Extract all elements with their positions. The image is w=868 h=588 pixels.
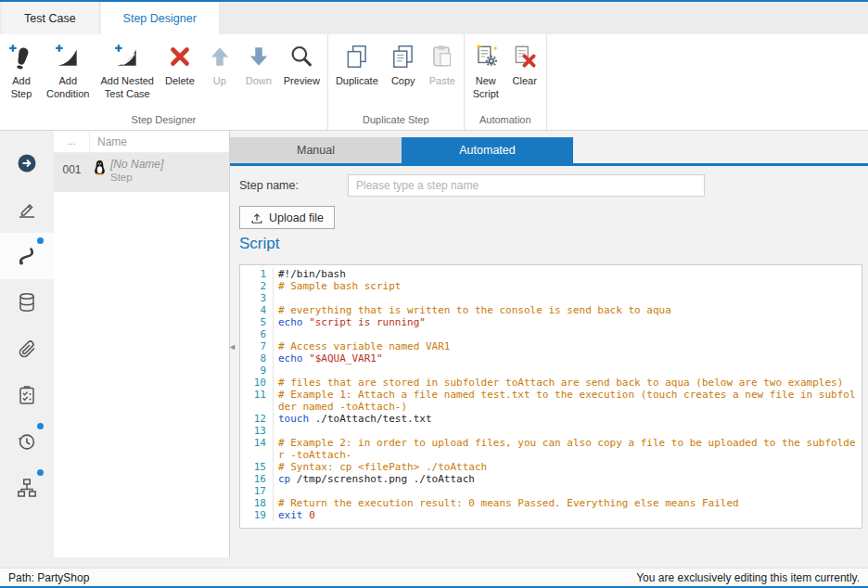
add-step-icon xyxy=(7,43,35,70)
sidebar-item-data[interactable] xyxy=(0,279,54,326)
tab-manual[interactable]: Manual xyxy=(230,137,402,163)
column-header-more[interactable]: ... xyxy=(54,131,90,152)
editor-mode-tabs: Manual Automated xyxy=(230,137,868,166)
up-button[interactable]: Up xyxy=(200,41,239,89)
code-text[interactable] xyxy=(274,292,859,304)
dependencies-badge xyxy=(37,469,44,476)
code-text[interactable] xyxy=(274,364,859,377)
code-line: 5echo "script is running" xyxy=(240,316,862,328)
code-text[interactable] xyxy=(274,328,859,340)
code-line: 12touch ./toAttach/test.txt xyxy=(240,413,862,425)
line-number: 17 xyxy=(240,485,274,497)
step-row-subtitle: Step xyxy=(110,172,163,183)
checklist-icon xyxy=(16,384,38,406)
code-line: 14# Example 2: in order to upload files,… xyxy=(240,437,862,461)
code-text[interactable]: exit 0 xyxy=(274,509,859,521)
sidebar-item-dependencies[interactable] xyxy=(0,465,54,511)
code-text[interactable] xyxy=(274,485,859,497)
ribbon-buttons-row: New Script Clear xyxy=(466,34,544,112)
copy-button[interactable]: Copy xyxy=(384,41,423,89)
sidebar-item-navigate[interactable] xyxy=(0,140,54,186)
paste-label: Paste xyxy=(429,74,455,87)
ribbon-toolbar: Add Step Add Condition Add Nested Test C… xyxy=(0,34,868,131)
column-header-name[interactable]: Name xyxy=(90,131,127,152)
code-line: 15# Syntax: cp <filePath> ./toAttach xyxy=(240,461,862,473)
sidebar-item-attachments[interactable] xyxy=(0,326,54,372)
line-number: 12 xyxy=(240,413,274,425)
ribbon-buttons-row: Add Step Add Condition Add Nested Test C… xyxy=(2,34,326,112)
ribbon-group-label-step-designer: Step Designer xyxy=(2,112,326,130)
history-clock-icon xyxy=(16,430,38,453)
step-editor-panel: Manual Automated Step name: Upload file … xyxy=(230,131,868,568)
paste-button[interactable]: Paste xyxy=(423,41,462,89)
tab-step-designer[interactable]: Step Designer xyxy=(101,2,219,34)
line-number: 9 xyxy=(240,364,274,377)
script-section-title: Script xyxy=(239,235,279,253)
paste-clipboard-icon xyxy=(428,43,456,70)
code-line: 8echo "$AQUA_VAR1" xyxy=(240,352,862,364)
code-line: 4# everything that is written to the con… xyxy=(240,304,862,316)
code-text[interactable]: # files that are stored in subfolder toA… xyxy=(274,377,859,389)
code-line: 1#!/bin/bash xyxy=(240,268,862,280)
add-nested-test-case-button[interactable]: Add Nested Test Case xyxy=(95,41,159,103)
code-text[interactable]: #!/bin/bash xyxy=(274,268,859,280)
upload-file-button[interactable]: Upload file xyxy=(239,206,335,229)
add-nested-test-case-icon xyxy=(113,43,141,70)
step-name-input[interactable] xyxy=(348,174,705,197)
ribbon-group-label-duplicate-step: Duplicate Step xyxy=(330,112,462,130)
tab-test-case[interactable]: Test Case xyxy=(2,2,98,34)
new-script-button[interactable]: New Script xyxy=(466,41,505,103)
line-number: 1 xyxy=(240,268,274,280)
panel-collapse-handle[interactable]: ◄ xyxy=(228,343,236,352)
code-text[interactable]: # Return the execution result: 0 means P… xyxy=(274,497,859,509)
line-number: 18 xyxy=(240,497,274,509)
step-row[interactable]: 001 [No Name] Step xyxy=(54,153,229,192)
code-text[interactable]: # everything that is written to the cons… xyxy=(274,304,859,316)
down-button[interactable]: Down xyxy=(239,41,278,89)
code-text[interactable]: echo "script is running" xyxy=(274,316,859,328)
dependencies-hierarchy-icon xyxy=(16,477,38,499)
preview-button[interactable]: Preview xyxy=(278,41,326,89)
script-code-editor[interactable]: 1#!/bin/bash2# Sample bash script34# eve… xyxy=(239,264,862,529)
line-number: 14 xyxy=(240,437,274,461)
step-name-label: Step name: xyxy=(239,179,348,192)
code-text[interactable]: # Sample bash script xyxy=(274,280,859,292)
add-condition-button[interactable]: Add Condition xyxy=(41,41,95,103)
up-label: Up xyxy=(213,74,226,87)
code-text[interactable] xyxy=(274,425,859,437)
code-text[interactable]: # Syntax: cp <filePath> ./toAttach xyxy=(274,461,859,473)
code-text[interactable]: echo "$AQUA_VAR1" xyxy=(274,352,859,364)
code-line: 10# files that are stored in subfolder t… xyxy=(240,377,862,389)
step-name-row: Step name: xyxy=(239,174,705,197)
add-step-button[interactable]: Add Step xyxy=(2,41,41,103)
status-bar: Path: PartyShop You are exclusively edit… xyxy=(0,568,868,586)
delete-button[interactable]: Delete xyxy=(160,41,200,89)
sidebar-item-edit[interactable] xyxy=(0,186,54,233)
upload-label: Upload file xyxy=(269,211,324,224)
duplicate-button[interactable]: Duplicate xyxy=(330,41,384,89)
line-number: 2 xyxy=(240,280,274,292)
sidebar-item-steps[interactable] xyxy=(0,233,54,279)
ribbon-group-label-automation: Automation xyxy=(466,112,544,130)
code-text[interactable]: # Example 2: in order to upload files, y… xyxy=(274,437,859,461)
code-text[interactable]: touch ./toAttach/test.txt xyxy=(274,413,859,425)
sidebar-item-history[interactable] xyxy=(0,418,54,465)
code-text[interactable]: cp /tmp/screnshot.png ./toAttach xyxy=(274,473,859,485)
tab-automated[interactable]: Automated xyxy=(402,137,573,163)
attachments-paperclip-icon xyxy=(16,338,38,360)
code-text[interactable]: # Access variable named VAR1 xyxy=(274,340,859,352)
code-text[interactable]: # Example 1: Attach a file named test.tx… xyxy=(274,389,859,413)
code-line: 16cp /tmp/screnshot.png ./toAttach xyxy=(240,473,862,485)
code-lines: 1#!/bin/bash2# Sample bash script34# eve… xyxy=(240,265,862,521)
down-arrow-icon xyxy=(245,43,273,70)
line-number: 4 xyxy=(240,304,274,316)
code-line: 9 xyxy=(240,364,862,377)
add-condition-label: Add Condition xyxy=(46,74,89,101)
new-script-gear-icon xyxy=(472,43,500,70)
line-number: 5 xyxy=(240,316,274,328)
code-line: 11# Example 1: Attach a file named test.… xyxy=(240,389,862,413)
sidebar-item-checklist[interactable] xyxy=(0,372,54,418)
line-number: 19 xyxy=(240,509,274,521)
add-nested-test-case-label: Add Nested Test Case xyxy=(100,74,153,101)
clear-button[interactable]: Clear xyxy=(505,41,544,89)
